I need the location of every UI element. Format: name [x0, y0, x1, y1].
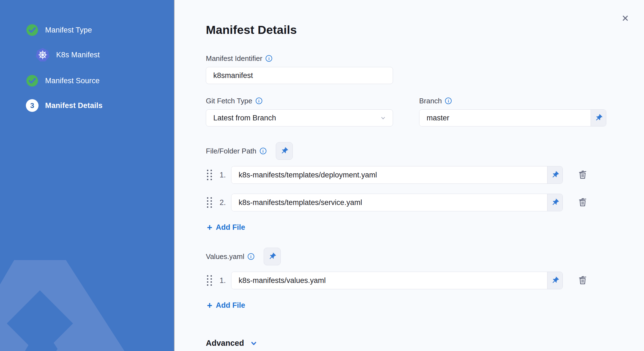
- drag-handle-icon[interactable]: [207, 275, 212, 286]
- chevron-down-icon: [250, 339, 258, 347]
- branch-field: Branch i: [419, 97, 606, 126]
- add-file-label: Add File: [216, 223, 245, 232]
- git-fetch-type-select[interactable]: Latest from Branch: [206, 109, 393, 126]
- file-path-row: 2.: [206, 194, 644, 211]
- file-path-row: 1.: [206, 166, 644, 184]
- manifest-identifier-label: Manifest Identifier: [206, 54, 262, 63]
- drag-handle-icon[interactable]: [207, 197, 212, 208]
- branch-label: Branch: [419, 97, 442, 105]
- pushpin-icon: [268, 252, 276, 261]
- sidebar-step-manifest-details[interactable]: 3 Manifest Details: [26, 99, 174, 112]
- values-yaml-section: Values.yaml i 1.: [206, 247, 644, 310]
- plus-icon: +: [207, 223, 212, 232]
- pin-toggle-button[interactable]: [264, 248, 281, 265]
- pin-input-button[interactable]: [547, 166, 563, 183]
- pin-input-button[interactable]: [547, 272, 563, 289]
- row-number: 2.: [220, 198, 231, 207]
- harness-logo-watermark: [0, 260, 174, 351]
- pushpin-icon: [551, 198, 559, 207]
- values-yaml-label: Values.yaml: [206, 252, 244, 261]
- values-path-input[interactable]: [231, 272, 547, 289]
- close-icon[interactable]: [619, 12, 631, 24]
- info-icon[interactable]: i: [266, 55, 272, 62]
- advanced-toggle[interactable]: Advanced: [206, 339, 258, 348]
- add-file-button[interactable]: + Add File: [207, 301, 245, 310]
- file-folder-path-section: File/Folder Path i 1.: [206, 142, 644, 232]
- sidebar-step-k8s-manifest[interactable]: K8s Manifest: [36, 48, 174, 62]
- step-complete-icon: [26, 74, 39, 87]
- step-complete-icon: [26, 24, 39, 36]
- git-fetch-type-value: Latest from Branch: [213, 114, 276, 122]
- delete-row-button[interactable]: [577, 275, 588, 287]
- advanced-label: Advanced: [206, 339, 244, 348]
- git-fetch-type-field: Git Fetch Type i Latest from Branch: [206, 97, 393, 126]
- pushpin-icon: [280, 147, 288, 155]
- pin-input-button[interactable]: [591, 110, 606, 126]
- manifest-details-panel: Manifest Details Manifest Identifier i G…: [174, 0, 644, 351]
- add-file-button[interactable]: + Add File: [207, 223, 245, 232]
- row-number: 1.: [220, 276, 231, 285]
- step-label: Manifest Source: [45, 77, 100, 85]
- info-icon[interactable]: i: [445, 98, 452, 104]
- step-number-badge: 3: [26, 99, 39, 112]
- sidebar-step-manifest-type[interactable]: Manifest Type: [26, 23, 174, 37]
- file-folder-path-label: File/Folder Path: [206, 147, 256, 155]
- file-path-input[interactable]: [231, 166, 547, 183]
- pin-input-button[interactable]: [547, 194, 563, 211]
- kubernetes-icon: [36, 48, 50, 62]
- delete-row-button[interactable]: [577, 197, 588, 209]
- info-icon[interactable]: i: [256, 98, 262, 104]
- step-label: Manifest Details: [45, 101, 103, 110]
- branch-input[interactable]: [419, 110, 591, 126]
- step-label: K8s Manifest: [56, 51, 100, 59]
- info-icon[interactable]: i: [260, 148, 266, 154]
- trash-icon: [577, 275, 588, 286]
- page-title: Manifest Details: [206, 23, 644, 37]
- pushpin-icon: [551, 171, 559, 179]
- wizard-sidebar: Manifest Type K8s Manifest Manifest: [0, 0, 174, 351]
- sidebar-step-manifest-source[interactable]: Manifest Source: [26, 74, 174, 88]
- row-number: 1.: [220, 171, 231, 179]
- add-file-label: Add File: [216, 301, 245, 310]
- chevron-down-icon: [380, 114, 387, 121]
- pin-toggle-button[interactable]: [276, 142, 293, 160]
- file-path-input[interactable]: [231, 194, 547, 211]
- git-fetch-type-label: Git Fetch Type: [206, 97, 252, 105]
- drag-handle-icon[interactable]: [207, 170, 212, 180]
- trash-icon: [577, 197, 588, 208]
- pushpin-icon: [594, 114, 603, 122]
- values-path-row: 1.: [206, 272, 644, 289]
- pushpin-icon: [551, 276, 559, 285]
- manifest-identifier-input[interactable]: [206, 67, 393, 84]
- plus-icon: +: [207, 301, 212, 310]
- trash-icon: [577, 169, 588, 180]
- delete-row-button[interactable]: [577, 169, 588, 181]
- manifest-identifier-field: Manifest Identifier i: [206, 54, 644, 84]
- info-icon[interactable]: i: [248, 253, 254, 260]
- step-label: Manifest Type: [45, 26, 92, 34]
